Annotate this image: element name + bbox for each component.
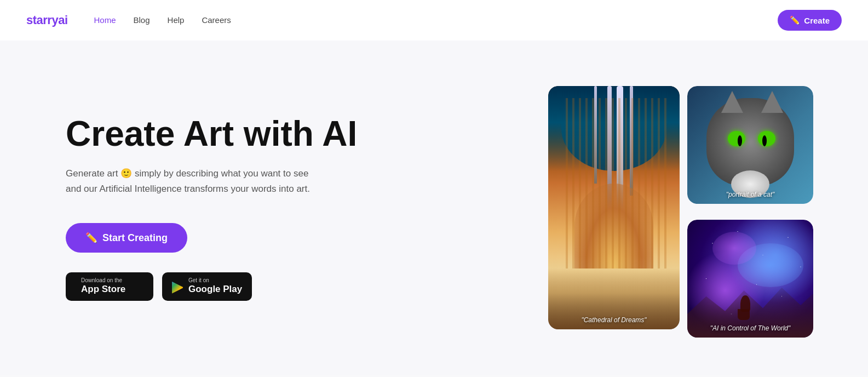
hero-left: Create Art with AI Generate art 🙂 simply… [66, 115, 372, 301]
art-card-space: "AI in Control of The World" [687, 220, 813, 338]
store-buttons: Download on the App Store ▶ Get it on Go… [66, 272, 372, 301]
hero-right: "Cathedral of Dreams" [372, 86, 824, 329]
art-card-cathedral: "Cathedral of Dreams" [548, 86, 680, 329]
cat-image: "portrait of a cat" [687, 86, 813, 204]
app-store-small-text: Download on the [81, 278, 122, 283]
create-label: Create [804, 16, 830, 25]
cathedral-label: "Cathedral of Dreams" [548, 316, 680, 324]
nav-link-blog[interactable]: Blog [134, 15, 150, 25]
art-grid: "Cathedral of Dreams" [548, 86, 813, 329]
cathedral-bg [548, 86, 680, 329]
navbar: starryai Home Blog Help Careers ✏️ Creat… [0, 0, 868, 41]
create-icon: ✏️ [790, 15, 800, 25]
cat-bg [687, 86, 813, 204]
nav-item-home[interactable]: Home [94, 15, 116, 25]
play-icon: ▶ [172, 278, 183, 295]
nav-item-blog[interactable]: Blog [134, 15, 150, 25]
google-play-text: Get it on Google Play [188, 278, 242, 295]
cat-label: "portrait of a cat" [687, 191, 813, 198]
hero-section: Create Art with AI Generate art 🙂 simply… [0, 41, 868, 375]
app-store-large-text: App Store [81, 283, 125, 295]
cathedral-image: "Cathedral of Dreams" [548, 86, 680, 329]
app-store-button[interactable]: Download on the App Store [66, 272, 153, 301]
start-icon: ✏️ [85, 232, 97, 244]
hero-subtitle: Generate art 🙂 simply by describing what… [66, 166, 329, 197]
start-creating-button[interactable]: ✏️ Start Creating [66, 223, 187, 253]
hero-title: Create Art with AI [66, 115, 372, 153]
google-play-small-text: Get it on [188, 278, 209, 283]
app-store-text: Download on the App Store [81, 278, 125, 295]
logo-text: starryai [26, 13, 68, 27]
subtitle-line2: and our Artificial Intelligence transfor… [66, 184, 310, 194]
create-button[interactable]: ✏️ Create [778, 10, 842, 31]
google-play-large-text: Google Play [188, 283, 242, 295]
subtitle-line1: Generate art 🙂 simply by describing what… [66, 168, 308, 179]
nav-link-help[interactable]: Help [168, 15, 185, 25]
google-play-button[interactable]: ▶ Get it on Google Play [162, 272, 252, 301]
start-label: Start Creating [102, 232, 168, 244]
nav-link-home[interactable]: Home [94, 15, 116, 25]
brand-logo[interactable]: starryai [26, 13, 68, 27]
nav-item-careers[interactable]: Careers [202, 15, 231, 25]
nav-links: Home Blog Help Careers [94, 15, 778, 25]
nav-link-careers[interactable]: Careers [202, 15, 231, 25]
art-card-cat: "portrait of a cat" [687, 86, 813, 204]
space-bg [687, 220, 813, 338]
space-label: "AI in Control of The World" [687, 324, 813, 332]
space-image: "AI in Control of The World" [687, 220, 813, 338]
nav-item-help[interactable]: Help [168, 15, 185, 25]
